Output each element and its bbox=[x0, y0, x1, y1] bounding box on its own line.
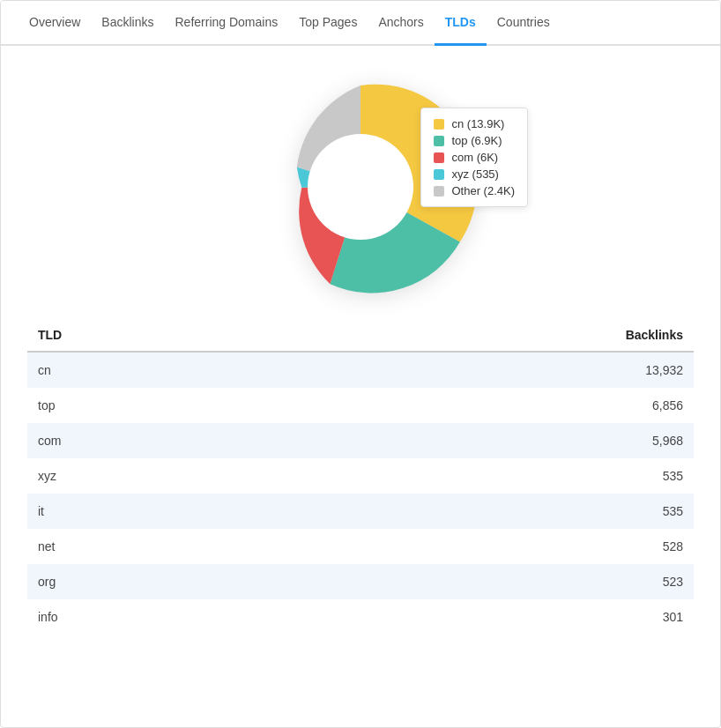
tooltip-label: top (6.9K) bbox=[451, 134, 502, 147]
tooltip-row: Other (2.4K) bbox=[434, 184, 515, 197]
col-tld-header: TLD bbox=[27, 319, 270, 352]
nav-tabs: OverviewBacklinksReferring DomainsTop Pa… bbox=[1, 1, 720, 46]
cell-backlinks: 523 bbox=[270, 564, 694, 599]
tooltip-color-box bbox=[434, 169, 444, 180]
table-section: TLD Backlinks cn13,932top6,856com5,968xy… bbox=[1, 319, 720, 661]
tooltip-row: xyz (535) bbox=[434, 167, 515, 181]
main-container: OverviewBacklinksReferring DomainsTop Pa… bbox=[0, 0, 721, 728]
tooltip-color-box bbox=[434, 119, 444, 130]
nav-tab-countries[interactable]: Countries bbox=[487, 1, 561, 46]
cell-tld: org bbox=[27, 564, 270, 599]
nav-tab-backlinks[interactable]: Backlinks bbox=[91, 1, 164, 46]
table-header: TLD Backlinks bbox=[27, 319, 694, 352]
tooltip-color-box bbox=[434, 152, 444, 163]
cell-tld: com bbox=[27, 423, 270, 458]
tooltip-label: xyz (535) bbox=[451, 167, 498, 181]
tooltip-label: Other (2.4K) bbox=[451, 184, 515, 197]
nav-tab-anchors[interactable]: Anchors bbox=[368, 1, 434, 46]
cell-backlinks: 13,932 bbox=[270, 352, 694, 388]
cell-tld: xyz bbox=[27, 458, 270, 494]
table-row: net528 bbox=[27, 529, 694, 564]
table-row: org523 bbox=[27, 564, 694, 599]
tooltip-color-box bbox=[434, 136, 444, 146]
cell-tld: top bbox=[27, 388, 270, 423]
cell-tld: cn bbox=[27, 352, 270, 388]
tooltip-row: com (6K) bbox=[434, 151, 515, 164]
table-row: info301 bbox=[27, 599, 694, 635]
nav-tab-top-pages[interactable]: Top Pages bbox=[288, 1, 368, 46]
cell-backlinks: 535 bbox=[270, 458, 694, 494]
donut-chart-wrapper: cn (13.9K)top (6.9K)com (6K)xyz (535)Oth… bbox=[246, 72, 475, 301]
cell-tld: net bbox=[27, 529, 270, 564]
nav-tab-tlds[interactable]: TLDs bbox=[435, 1, 487, 46]
table-row: com5,968 bbox=[27, 423, 694, 458]
table-row: it535 bbox=[27, 494, 694, 529]
col-backlinks-header: Backlinks bbox=[270, 319, 694, 352]
cell-backlinks: 301 bbox=[270, 599, 694, 635]
donut-hole bbox=[308, 134, 413, 240]
chart-tooltip: cn (13.9K)top (6.9K)com (6K)xyz (535)Oth… bbox=[420, 108, 528, 207]
table-row: top6,856 bbox=[27, 388, 694, 423]
cell-backlinks: 535 bbox=[270, 494, 694, 529]
nav-tab-referring-domains[interactable]: Referring Domains bbox=[165, 1, 289, 46]
tooltip-label: cn (13.9K) bbox=[451, 117, 504, 130]
nav-tab-overview[interactable]: Overview bbox=[19, 1, 91, 46]
cell-backlinks: 528 bbox=[270, 529, 694, 564]
cell-backlinks: 5,968 bbox=[270, 423, 694, 458]
table-body: cn13,932top6,856com5,968xyz535it535net52… bbox=[27, 352, 694, 635]
cell-tld: info bbox=[27, 599, 270, 635]
tooltip-row: top (6.9K) bbox=[434, 134, 515, 147]
table-row: cn13,932 bbox=[27, 352, 694, 388]
tooltip-label: com (6K) bbox=[451, 151, 498, 164]
cell-tld: it bbox=[27, 494, 270, 529]
chart-area: cn (13.9K)top (6.9K)com (6K)xyz (535)Oth… bbox=[1, 46, 720, 319]
data-table: TLD Backlinks cn13,932top6,856com5,968xy… bbox=[27, 319, 694, 635]
cell-backlinks: 6,856 bbox=[270, 388, 694, 423]
table-row: xyz535 bbox=[27, 458, 694, 494]
tooltip-color-box bbox=[434, 186, 444, 197]
tooltip-row: cn (13.9K) bbox=[434, 117, 515, 130]
